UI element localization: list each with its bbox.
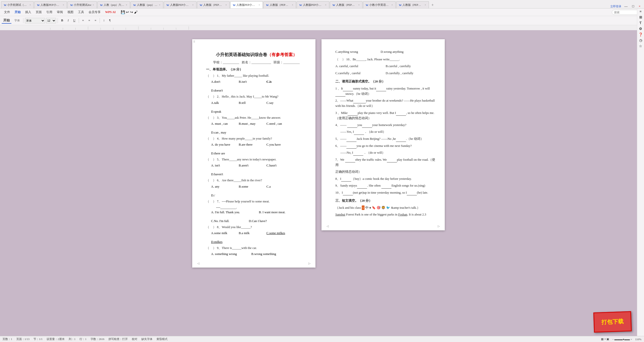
- page-nav-right[interactable]: ▷: [308, 262, 310, 265]
- tab-7[interactable]: W 人教版PEP小升初 × ×: [230, 1, 263, 8]
- font-size-select[interactable]: 12: [46, 18, 56, 23]
- tab-11[interactable]: W 小教小学英语毕业升 ×: [363, 1, 396, 8]
- document-area: ⠿ 小升初英语基础知识综合卷（有参考答案） 学校：__________ 姓名：_…: [0, 34, 637, 336]
- menu-review[interactable]: 审阅: [55, 9, 65, 15]
- font-family-select[interactable]: 宋体: [25, 18, 45, 23]
- tab-close-4[interactable]: ×: [159, 4, 160, 6]
- status-column: 列：1: [69, 337, 76, 341]
- school-blank: __________: [223, 60, 239, 64]
- sidebar-icon-5[interactable]: ❓: [638, 32, 643, 37]
- right-sidebar: ≡ ⊞ Ƭ ⚙ ❓ ◷ ☆: [637, 9, 644, 336]
- choices-6: A. any B.some C.a D./: [211, 185, 307, 197]
- ribbon-tab-bar: 开始 字体 宋体 12 B I U ≡ ≡ ≡ ↕ ¶: [0, 16, 644, 25]
- tab-close-3[interactable]: ×: [126, 4, 127, 6]
- menu-member[interactable]: 会员专享: [87, 9, 103, 15]
- tab-close-5[interactable]: ×: [192, 4, 194, 6]
- question-3: （ ） 3、You_____ask Peter. He_____know the…: [206, 115, 307, 120]
- question-2: （ ） 2、Hello , this is Jack. May I_____to…: [206, 94, 307, 99]
- align-right-button[interactable]: ≡: [93, 18, 98, 23]
- section1-header: 一、单项选择。（20 分）: [206, 67, 307, 72]
- sidebar-icon-6[interactable]: ◷: [639, 38, 642, 42]
- close-button[interactable]: ×: [637, 4, 642, 8]
- undo-icon[interactable]: ↩: [126, 10, 129, 14]
- tab-9[interactable]: W 人教版PEP小升初英语 ×: [297, 1, 329, 8]
- align-center-button[interactable]: ≡: [87, 18, 92, 23]
- tab-icon-3: W: [100, 4, 103, 7]
- status-spell: 拼写检查：打开: [108, 337, 128, 341]
- menu-tools[interactable]: 工具: [76, 9, 86, 15]
- choices-10b: C.carefully , careful D.carefully , care…: [335, 71, 436, 76]
- sidebar-icon-2[interactable]: ⊞: [639, 15, 642, 19]
- ribbon-tab-start[interactable]: 开始: [2, 17, 12, 24]
- download-badge[interactable]: 打包下载: [593, 311, 632, 332]
- tab-icon-11: W: [366, 4, 369, 7]
- tab-8[interactable]: W 人教版（PEP）小升初 ×: [263, 1, 296, 8]
- page2-nav-left[interactable]: ◁: [327, 225, 329, 228]
- tab-close-0[interactable]: ×: [29, 4, 31, 6]
- sidebar-icon-1[interactable]: ≡: [640, 10, 642, 14]
- tab-close-12[interactable]: ×: [425, 4, 426, 6]
- zoom-slider[interactable]: − ▬▬▬●▬▬ +: [612, 338, 632, 341]
- school-label: 学校：: [213, 60, 223, 64]
- line-spacing-button[interactable]: ↕: [101, 18, 106, 23]
- tab-0[interactable]: W 小升初测试（二）.d ×: [1, 1, 34, 8]
- page2-nav-right[interactable]: ▷: [438, 225, 440, 228]
- fill-q6: 6、——you go to the cinema with me next Su…: [335, 143, 436, 149]
- tab-close-9[interactable]: ×: [325, 4, 327, 6]
- save-icon[interactable]: 💾: [121, 10, 125, 14]
- sidebar-icon-4[interactable]: ⚙: [639, 27, 642, 31]
- passage-intro: （Jack and his class 5 中·♦ 🔖 🎯 🦁 🐦 &amp t…: [335, 205, 436, 210]
- menu-page[interactable]: 页面: [34, 9, 44, 15]
- tab-5[interactable]: W 人教版PEP小升初英语 ×: [164, 1, 196, 8]
- status-right: ▦ ≡ ▣ − ▬▬▬●▬▬ + 110%: [601, 337, 641, 341]
- tab-close-8[interactable]: ×: [292, 4, 293, 6]
- paragraph-button[interactable]: ¶: [107, 18, 112, 23]
- tab-close-11[interactable]: ×: [391, 4, 393, 6]
- format-painter-icon[interactable]: 🖌: [134, 10, 138, 14]
- view-toggle-buttons[interactable]: ▦ ≡ ▣: [601, 337, 609, 341]
- tab-12[interactable]: W 人教版（PEP）小学英 ×: [396, 1, 429, 8]
- menu-start[interactable]: 开始: [13, 9, 23, 15]
- tab-10[interactable]: W 人教版（PEP）小学英语 ×: [330, 1, 363, 8]
- tab-label-5: 人教版PEP小升初英语: [170, 3, 191, 7]
- section2-header: 二、请用正确形式填空。（20 分）: [335, 79, 436, 84]
- underline-button[interactable]: U: [71, 18, 77, 23]
- status-total: 页面：1/13: [16, 337, 30, 341]
- question-5: （ ） 5、There_____any news in today's news…: [206, 157, 307, 162]
- menu-insert[interactable]: 插入: [23, 9, 33, 15]
- tab-close-7[interactable]: ×: [259, 4, 260, 6]
- italic-button[interactable]: I: [66, 18, 70, 23]
- tab-close-2[interactable]: ×: [93, 4, 94, 6]
- align-left-button[interactable]: ≡: [80, 18, 86, 23]
- maximize-button[interactable]: □: [631, 4, 636, 8]
- tab-1[interactable]: W 人教版PEP小升初英语 ×: [34, 1, 67, 8]
- minimize-button[interactable]: —: [623, 4, 629, 8]
- tab-6[interactable]: W 人教版（PEP）六年 ×: [197, 1, 230, 8]
- tab-close-10[interactable]: ×: [358, 4, 360, 6]
- page-nav-left[interactable]: ◁: [197, 262, 199, 265]
- menu-ref[interactable]: 引用: [44, 9, 54, 15]
- choices-8: A.some milk B.a milk C.some milkes D.mil…: [211, 231, 307, 244]
- bold-button[interactable]: B: [59, 18, 65, 23]
- sidebar-icon-3[interactable]: Ƭ: [639, 21, 642, 25]
- choices-10: A. careful, careful B.careful , carefull…: [335, 64, 436, 69]
- sidebar-icon-7[interactable]: ☆: [639, 44, 642, 48]
- fill-q8: 8、I（buy）a comic book the day before yest…: [335, 176, 436, 182]
- tab-4[interactable]: W 人教版（pep）六年 ×: [131, 1, 163, 8]
- tab-3[interactable]: W 人教（pep）六年级 ×: [97, 1, 130, 8]
- tab-close-1[interactable]: ×: [63, 4, 64, 6]
- fill-q9: 9、Sandy enjoys. She often English songs …: [335, 183, 436, 188]
- name-blank: ____________: [252, 60, 271, 64]
- tab-2[interactable]: W 小升初测试doc ×: [67, 1, 97, 8]
- tab-label-0: 小升初测试（二）.d: [7, 3, 28, 7]
- redo-icon[interactable]: ↪: [130, 10, 133, 14]
- login-button[interactable]: 立即登录: [610, 5, 621, 8]
- menu-file[interactable]: 文件: [2, 9, 12, 15]
- menu-wps[interactable]: WPS AI: [103, 10, 118, 15]
- choices-2: A.talk B.tell C.say D.speak: [211, 101, 307, 114]
- question-6: （ ） 6、Are there_____fish in the river?: [206, 178, 307, 183]
- new-tab-button[interactable]: +: [429, 2, 436, 8]
- menu-view[interactable]: 视图: [65, 9, 75, 15]
- tab-close-6[interactable]: ×: [225, 4, 227, 6]
- tab-label-6: 人教版（PEP）六年: [203, 3, 224, 7]
